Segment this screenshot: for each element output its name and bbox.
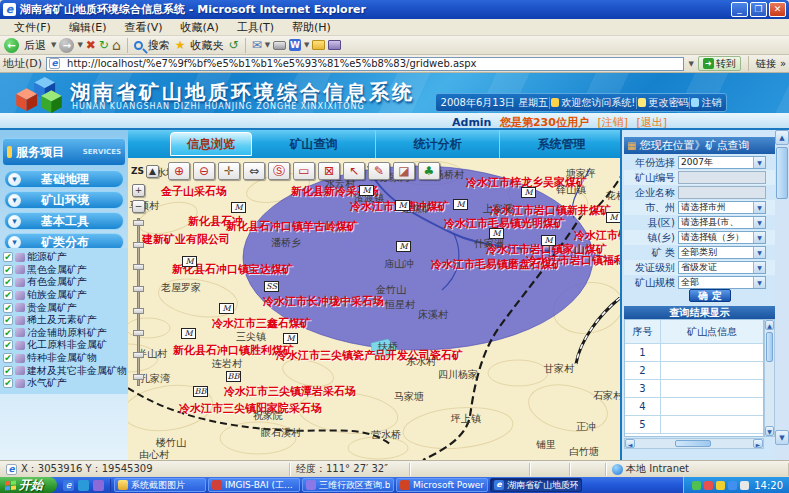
field-select[interactable]: 省级发证▼ — [678, 261, 766, 274]
map-viewport[interactable]: 金子山采石场新化县新冷采石场冷水江市梓龙乡吴家煤矿冷水江市宝塘冲煤矿冷水江市岩口… — [128, 158, 620, 460]
back-dropdown-icon[interactable]: ▼ — [51, 41, 56, 49]
nav-tab[interactable]: 信息浏览 — [170, 132, 252, 156]
links-chevron-icon[interactable]: » — [780, 58, 786, 69]
url-text[interactable]: http://localhost/%e7%9f%bf%e5%b1%b1%e5%9… — [67, 58, 476, 69]
exit-link[interactable]: [退出] — [637, 116, 668, 129]
map-tool-select-box-button[interactable]: ▭ — [293, 162, 315, 180]
taskbar-task[interactable]: 三维行政区查询.bmp — [302, 478, 394, 492]
quicklaunch-media-icon[interactable] — [93, 480, 104, 491]
vscroll-thumb[interactable] — [766, 332, 773, 362]
mail-dropdown-icon[interactable]: ▼ — [265, 41, 270, 49]
layer-item[interactable]: ✔黑色金属矿产 — [3, 264, 128, 277]
map-marker[interactable]: M — [231, 202, 246, 213]
layer-checkbox[interactable]: ✔ — [3, 303, 13, 313]
stop-icon[interactable]: ✖ — [86, 39, 96, 51]
field-input[interactable] — [678, 171, 766, 184]
address-input[interactable]: e http://localhost/%e7%9f%bf%e5%b1%b1%e5… — [46, 57, 684, 71]
map-marker[interactable]: BB — [226, 371, 241, 382]
menu-item[interactable]: 查看(V) — [116, 19, 170, 36]
map-tool-zoom-out-button[interactable]: ⊖ — [193, 162, 215, 180]
dropdown-arrow-icon[interactable]: ▼ — [753, 247, 765, 258]
search-label[interactable]: 搜索 — [148, 38, 170, 53]
go-button[interactable]: ➜ 转到 — [698, 56, 741, 71]
layer-item[interactable]: ✔特种非金属矿物 — [3, 352, 128, 365]
menu-item[interactable]: 帮助(H) — [284, 19, 339, 36]
dropdown-arrow-icon[interactable]: ▼ — [753, 277, 765, 288]
change-password-link[interactable]: 更改密码 — [638, 96, 688, 110]
tray-icon[interactable] — [728, 481, 737, 490]
sidebar-group-button[interactable]: ▾基础地理 — [4, 170, 124, 188]
mine-label[interactable]: 冷水江市三鑫石煤矿 — [212, 316, 311, 331]
layer-checkbox[interactable]: ✔ — [3, 328, 13, 338]
minimize-button[interactable]: _ — [731, 2, 748, 17]
zoom-tick[interactable] — [133, 330, 144, 336]
maximize-button[interactable]: ❐ — [750, 2, 767, 17]
table-row[interactable]: 2 — [625, 362, 763, 380]
table-row[interactable]: 4 — [625, 398, 763, 416]
map-marker[interactable]: M — [219, 303, 234, 314]
layer-item[interactable]: ✔建材及其它非金属矿物 — [3, 364, 128, 377]
favorites-icon[interactable]: ★ — [175, 39, 186, 51]
layer-checkbox[interactable]: ✔ — [3, 315, 13, 325]
layer-checkbox[interactable]: ✔ — [3, 366, 13, 376]
layer-checkbox[interactable]: ✔ — [3, 252, 13, 262]
close-button[interactable]: ✕ — [769, 2, 786, 17]
mine-label[interactable]: 金子山采石场 — [161, 184, 227, 199]
map-tool-legend-button[interactable]: ♣ — [418, 162, 440, 180]
taskbar-task[interactable]: 系统截图图片 — [114, 478, 206, 492]
layer-checkbox[interactable]: ✔ — [3, 277, 13, 287]
zoom-tick[interactable] — [133, 242, 144, 248]
map-marker[interactable]: M — [541, 235, 556, 246]
nav-tab[interactable]: 系统管理 — [500, 130, 624, 158]
start-button[interactable]: 开始 — [0, 477, 57, 493]
tray-icon[interactable] — [704, 481, 713, 490]
layer-checkbox[interactable]: ✔ — [3, 290, 13, 300]
map-tool-eraser-button[interactable]: ◪ — [393, 162, 415, 180]
edit-dropdown-icon[interactable]: ▼ — [304, 41, 309, 49]
layer-item[interactable]: ✔能源矿产 — [3, 251, 128, 264]
field-select[interactable]: 全部类别▼ — [678, 246, 766, 259]
map-tool-pan-button[interactable]: ✛ — [218, 162, 240, 180]
scroll-right-icon[interactable]: ► — [753, 439, 763, 448]
quicklaunch-desktop-icon[interactable] — [78, 480, 89, 491]
map-marker[interactable]: M — [359, 185, 374, 196]
map-tool-zoom-in-button[interactable]: ⊕ — [168, 162, 190, 180]
zoom-tick[interactable] — [133, 308, 144, 314]
map-marker[interactable]: M — [521, 187, 536, 198]
layer-item[interactable]: ✔铂族金属矿产 — [3, 289, 128, 302]
layer-item[interactable]: ✔化工原料非金属矿 — [3, 339, 128, 352]
page-scroll-up-icon[interactable]: ▲ — [775, 130, 789, 145]
page-scroll-thumb[interactable] — [776, 147, 788, 199]
table-row[interactable]: 3 — [625, 380, 763, 398]
logout-link[interactable]: 注销 — [691, 96, 721, 110]
map-marker[interactable]: BB — [193, 386, 208, 397]
mine-label[interactable]: 冷水江市三尖镇阳家院采石场 — [179, 401, 322, 416]
sidebar-group-button[interactable]: ▾矿山环境 — [4, 191, 124, 209]
layer-item[interactable]: ✔水气矿产 — [3, 377, 128, 390]
map-tool-full-extent-button[interactable]: Ⓢ — [268, 162, 290, 180]
taskbar-task[interactable]: Microsoft PowerP... — [396, 478, 488, 492]
mine-label[interactable]: 建新矿业有限公司 — [142, 232, 230, 247]
map-marker[interactable]: M — [453, 199, 468, 210]
field-select[interactable]: 请选择县(市、▼ — [678, 216, 766, 229]
layer-checkbox[interactable]: ✔ — [3, 378, 13, 388]
edit-word-icon[interactable]: W — [289, 39, 301, 51]
menu-item[interactable]: 收藏(A) — [173, 19, 227, 36]
map-tool-identify-button[interactable]: ↖ — [343, 162, 365, 180]
zoom-out-button[interactable]: − — [132, 200, 145, 213]
logout-link-2[interactable]: [注销] — [597, 116, 628, 129]
sidebar-group-button[interactable]: ▾基本工具 — [4, 212, 124, 230]
menu-item[interactable]: 编辑(E) — [61, 19, 115, 36]
mine-label[interactable]: 冷水江市铎山煤矿 — [574, 228, 620, 243]
back-label[interactable]: 后退 — [24, 38, 46, 53]
layer-checkbox[interactable]: ✔ — [3, 353, 13, 363]
field-select[interactable]: 全部▼ — [678, 276, 766, 289]
taskbar-task[interactable]: e湖南省矿山地质环... — [490, 478, 582, 492]
map-marker[interactable]: M — [395, 200, 410, 211]
zoom-in-button[interactable]: + — [132, 184, 145, 197]
messenger-icon[interactable] — [328, 40, 341, 50]
zoom-tick[interactable] — [133, 264, 144, 270]
map-tool-redline-button[interactable]: ✎ — [368, 162, 390, 180]
layer-item[interactable]: ✔稀土及元素矿产 — [3, 314, 128, 327]
layer-item[interactable]: ✔有色金属矿产 — [3, 276, 128, 289]
